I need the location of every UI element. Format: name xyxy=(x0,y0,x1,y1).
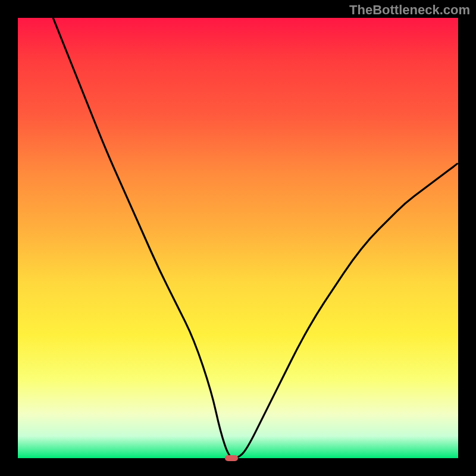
optimal-point-marker xyxy=(225,455,238,461)
curve-svg xyxy=(18,18,458,458)
bottleneck-curve-path xyxy=(53,18,458,458)
watermark-text: TheBottleneck.com xyxy=(349,2,470,18)
chart-container: TheBottleneck.com xyxy=(0,0,476,476)
plot-area xyxy=(18,18,458,458)
